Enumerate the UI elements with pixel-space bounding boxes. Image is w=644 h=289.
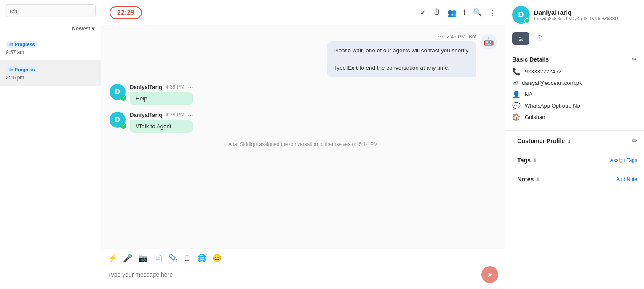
- rp-whatsapp-dot: [524, 18, 530, 24]
- rp-initials: D: [518, 11, 524, 19]
- emoji-icon[interactable]: 😊: [212, 254, 222, 263]
- chat-header: 22:29 ✓ ⏱ 👥 ℹ 🔍 ⋮: [101, 0, 505, 25]
- add-note-link[interactable]: Add Note: [616, 176, 637, 182]
- tags-right: Assign Tags: [610, 157, 637, 163]
- chat-header-icons: ✓ ⏱ 👥 ℹ 🔍 ⋮: [420, 8, 497, 17]
- home-icon: 🏠: [512, 113, 521, 121]
- customer-profile-section[interactable]: › Customer Profile ℹ ✏: [505, 131, 644, 151]
- user-message-row-2: D ✓ DaniyalTariq 4:39 PM ⋯ //Talk to Age…: [110, 112, 497, 133]
- user-bubble-1: Help: [130, 92, 193, 105]
- rp-tabs: 🗂 ⏱: [505, 28, 644, 49]
- check-icon[interactable]: ✓: [420, 8, 426, 17]
- send-button[interactable]: ➤: [481, 266, 498, 283]
- detail-name: 👤 NA: [512, 90, 637, 98]
- notes-chevron-icon: ›: [512, 176, 514, 183]
- detail-phone: 📞 923332222452: [512, 68, 637, 76]
- phone-value: 923332222452: [525, 68, 561, 75]
- message-input[interactable]: [108, 271, 477, 278]
- mic-icon[interactable]: 🎤: [123, 254, 132, 263]
- email-value: daniyal@eocean.com.pk: [522, 80, 582, 86]
- more-icon-user1[interactable]: ⋯: [188, 84, 193, 90]
- user-bubble-2: //Talk to Agent: [130, 120, 193, 133]
- tags-info-icon: ℹ: [534, 157, 536, 164]
- tab-primary[interactable]: 🗂: [512, 32, 529, 45]
- conversation-item-2[interactable]: In Progress 2:45 pm: [0, 61, 101, 86]
- tab-history[interactable]: ⏱: [533, 32, 547, 45]
- attach-icon[interactable]: 📎: [168, 254, 178, 263]
- location-value: Gulshan: [525, 114, 545, 120]
- phone-icon: 📞: [512, 68, 521, 76]
- conv-time-2: 2:45 pm: [6, 75, 95, 81]
- sidebar-filter[interactable]: Newest ▾: [0, 22, 101, 35]
- note-icon[interactable]: 🗒: [184, 254, 191, 263]
- sidebar-search-area: [0, 0, 101, 22]
- notes-section[interactable]: › Notes ℹ Add Note: [505, 170, 644, 189]
- detail-email: ✉ daniyal@eocean.com.pk: [512, 79, 637, 87]
- tags-chevron-icon: ›: [512, 157, 514, 164]
- filter-chevron-icon[interactable]: ▾: [92, 25, 95, 32]
- info-icon[interactable]: ℹ: [463, 8, 466, 17]
- user-name-2: DaniyalTariq: [130, 112, 162, 118]
- bot-message-time: 2:45 PM: [446, 34, 465, 40]
- user-time-2: 4:39 PM: [166, 112, 184, 118]
- rp-header: D DaniyalTariq Fqiwdg2c8j6cRLN0yKqd6H3JU…: [505, 0, 644, 28]
- bot-message-meta: ⋯ 2:45 PM Bot Please wait, one of our ag…: [327, 34, 476, 77]
- rp-user-name: DaniyalTariq: [534, 9, 618, 16]
- user-message-header-1: DaniyalTariq 4:39 PM ⋯: [130, 84, 193, 90]
- status-badge-2: In Progress: [6, 66, 38, 73]
- user-name-1: DaniyalTariq: [130, 84, 162, 90]
- more-icon-user2[interactable]: ⋯: [188, 112, 193, 118]
- chat-input-row: ➤: [108, 266, 498, 283]
- notes-title: Notes: [517, 176, 534, 183]
- chat-main: 22:29 ✓ ⏱ 👥 ℹ 🔍 ⋮ ⋯ 2:45 PM Bot Please w…: [101, 0, 505, 289]
- status-badge-1: In Progress: [6, 41, 38, 48]
- doc-icon[interactable]: 📄: [153, 254, 163, 263]
- customer-profile-title: Customer Profile: [517, 138, 565, 144]
- bot-icon: 🤖: [484, 37, 494, 47]
- chat-timer: 22:29: [110, 6, 142, 19]
- bot-text-line1: Please wait, one of our agents will cont…: [334, 47, 470, 54]
- history-icon[interactable]: ⏱: [433, 8, 441, 17]
- rp-avatar: D: [512, 6, 530, 24]
- user-message-row-1: D ✓ DaniyalTariq 4:39 PM ⋯ Help: [110, 84, 497, 105]
- bot-text-line2-suffix: to end the conversation at any time.: [358, 65, 450, 71]
- whatsapp-icon: 💬: [512, 102, 521, 110]
- conversation-item-1[interactable]: In Progress 9:57 am: [0, 35, 101, 61]
- search-input[interactable]: [5, 4, 96, 17]
- user-message-content-2: DaniyalTariq 4:39 PM ⋯ //Talk to Agent: [130, 112, 193, 133]
- chat-input-area: ⚡ 🎤 📷 📄 📎 🗒 🌐 😊 ➤: [101, 249, 505, 289]
- system-message: Altaf Siddiqui assigned the conversation…: [110, 140, 497, 149]
- globe-icon[interactable]: 🌐: [197, 254, 206, 263]
- user-avatar-2: D ✓: [110, 112, 126, 128]
- basic-details-title: Basic Details: [512, 56, 549, 63]
- chat-messages: ⋯ 2:45 PM Bot Please wait, one of our ag…: [101, 25, 505, 249]
- customer-profile-edit-icon[interactable]: ✏: [632, 137, 637, 145]
- users-icon[interactable]: 👥: [447, 8, 457, 17]
- detail-whatsapp: 💬 WhatsApp Opt-out: No: [512, 102, 637, 110]
- tags-left: › Tags ℹ: [512, 157, 536, 164]
- search-icon[interactable]: 🔍: [473, 8, 482, 17]
- user-message-content-1: DaniyalTariq 4:39 PM ⋯ Help: [130, 84, 193, 105]
- more-icon-bot[interactable]: ⋯: [438, 34, 443, 40]
- bot-text-line2-prefix: Type: [334, 65, 347, 71]
- tags-section[interactable]: › Tags ℹ Assign Tags: [505, 151, 644, 170]
- assign-tags-link[interactable]: Assign Tags: [610, 157, 637, 163]
- name-value: NA: [525, 91, 532, 97]
- bot-message-info: ⋯ 2:45 PM Bot: [438, 34, 476, 40]
- notes-left: › Notes ℹ: [512, 176, 539, 183]
- camera-icon[interactable]: 📷: [138, 254, 147, 263]
- whatsapp-badge-2: ✓: [120, 123, 126, 129]
- filter-label: Newest: [72, 25, 90, 32]
- person-icon: 👤: [512, 90, 521, 98]
- bot-exit-word: Exit: [347, 65, 358, 71]
- conv-time-1: 9:57 am: [6, 49, 95, 55]
- bot-label: Bot: [469, 34, 476, 40]
- whatsapp-value: WhatsApp Opt-out: No: [525, 103, 580, 109]
- bot-message-row: ⋯ 2:45 PM Bot Please wait, one of our ag…: [110, 34, 497, 77]
- more-icon[interactable]: ⋮: [489, 8, 497, 17]
- whatsapp-badge-1: ✓: [120, 95, 126, 101]
- basic-details-edit-icon[interactable]: ✏: [632, 55, 637, 63]
- bolt-icon[interactable]: ⚡: [108, 254, 117, 263]
- basic-details-section: Basic Details ✏ 📞 923332222452 ✉ daniyal…: [505, 49, 644, 131]
- right-panel: D DaniyalTariq Fqiwdg2c8j6cRLN0yKqd6H3JU…: [505, 0, 644, 289]
